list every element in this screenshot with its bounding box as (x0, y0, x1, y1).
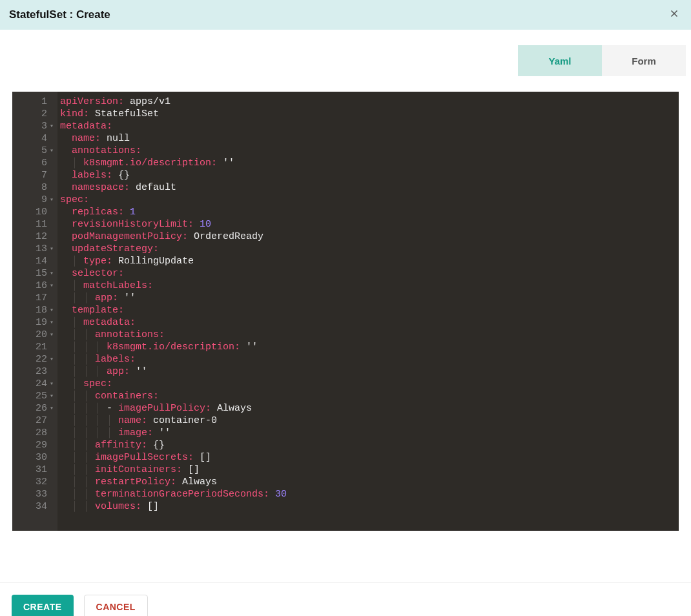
code-line[interactable]: │ │ annotations: (60, 329, 679, 341)
token-k: imagePullSecrets: (95, 451, 194, 464)
token-v: [] (182, 464, 200, 476)
token-guide (60, 206, 72, 218)
code-line[interactable]: metadata: (60, 120, 679, 132)
token-guide: │ │ │ (60, 365, 107, 378)
token-v: [] (194, 451, 211, 464)
fold-icon[interactable]: ▾ (48, 243, 55, 255)
create-button-label: CREATE (23, 602, 62, 612)
line-number: 7 (30, 169, 47, 181)
gutter-line: 23 (19, 365, 55, 378)
line-number: 3 (30, 120, 47, 132)
code-line[interactable]: kind: StatefulSet (60, 108, 679, 120)
fold-icon[interactable]: ▾ (48, 316, 55, 329)
token-v: Always (176, 476, 217, 488)
fold-icon[interactable]: ▾ (48, 267, 55, 280)
gutter-line: 27 (19, 415, 55, 427)
code-line[interactable]: │ │ imagePullSecrets: [] (60, 451, 679, 464)
editor-toolbar: Yaml Form (0, 30, 691, 92)
fold-icon[interactable]: ▾ (48, 120, 55, 132)
token-k: updateStrategy: (72, 243, 159, 255)
code-line[interactable]: podManagementPolicy: OrderedReady (60, 231, 679, 243)
token-k: spec: (83, 378, 112, 390)
code-line[interactable]: │ │ restartPolicy: Always (60, 476, 679, 488)
gutter-line: 12 (19, 231, 55, 243)
fold-icon[interactable]: ▾ (48, 304, 55, 316)
code-line[interactable]: │ │ volumes: [] (60, 500, 679, 513)
line-number: 32 (30, 476, 47, 488)
code-line[interactable]: annotations: (60, 145, 679, 157)
fold-icon[interactable]: ▾ (48, 353, 55, 365)
token-guide: │ (60, 280, 83, 292)
token-k: apiVersion: (60, 96, 124, 108)
code-line[interactable]: │ │ │ │ name: container-0 (60, 415, 679, 427)
token-k: metadata: (83, 316, 136, 329)
editor-code[interactable]: apiVersion: apps/v1kind: StatefulSetmeta… (57, 92, 679, 531)
gutter-line: 30 (19, 451, 55, 464)
cancel-button[interactable]: CANCEL (84, 595, 148, 616)
close-button[interactable] (666, 7, 682, 23)
fold-icon[interactable]: ▾ (48, 390, 55, 402)
fold-icon[interactable]: ▾ (48, 402, 55, 415)
code-line[interactable]: revisionHistoryLimit: 10 (60, 218, 679, 231)
code-line[interactable]: │ type: RollingUpdate (60, 255, 679, 267)
code-line[interactable]: │ │ affinity: {} (60, 439, 679, 451)
token-v: StatefulSet (89, 108, 159, 120)
code-line[interactable]: selector: (60, 267, 679, 280)
token-dash: - (107, 402, 118, 415)
token-guide: │ │ │ (60, 341, 107, 353)
gutter-line: 28 (19, 427, 55, 439)
code-line[interactable]: │ │ │ - imagePullPolicy: Always (60, 402, 679, 415)
token-k: labels: (72, 169, 112, 181)
fold-icon[interactable]: ▾ (48, 280, 55, 292)
code-line[interactable]: template: (60, 304, 679, 316)
code-line[interactable]: labels: {} (60, 169, 679, 181)
code-line[interactable]: │ │ labels: (60, 353, 679, 365)
code-line[interactable]: │ metadata: (60, 316, 679, 329)
code-line[interactable]: updateStrategy: (60, 243, 679, 255)
code-line[interactable]: │ │ app: '' (60, 292, 679, 304)
fold-icon[interactable]: ▾ (48, 329, 55, 341)
fold-icon[interactable]: ▾ (48, 378, 55, 390)
code-line[interactable]: │ │ │ app: '' (60, 365, 679, 378)
fold-icon[interactable]: ▾ (48, 194, 55, 206)
gutter-line: 8 (19, 181, 55, 194)
tab-form[interactable]: Form (602, 45, 686, 76)
gutter-line: 34 (19, 500, 55, 513)
token-guide: │ │ (60, 292, 95, 304)
yaml-editor-body[interactable]: 123▾45▾6789▾10111213▾1415▾16▾1718▾19▾20▾… (12, 92, 679, 531)
code-line[interactable]: namespace: default (60, 181, 679, 194)
gutter-line: 19▾ (19, 316, 55, 329)
fold-icon[interactable]: ▾ (48, 145, 55, 157)
code-line[interactable]: apiVersion: apps/v1 (60, 96, 679, 108)
line-number: 30 (30, 451, 47, 464)
code-line[interactable]: │ │ │ │ image: '' (60, 427, 679, 439)
token-guide: │ │ │ │ (60, 427, 118, 439)
line-number: 12 (30, 231, 47, 243)
token-k: volumes: (95, 500, 141, 513)
token-guide (60, 218, 72, 231)
code-line[interactable]: │ │ │ k8smgmt.io/description: '' (60, 341, 679, 353)
yaml-editor[interactable]: 123▾45▾6789▾10111213▾1415▾16▾1718▾19▾20▾… (12, 92, 679, 531)
token-v: {} (112, 169, 130, 181)
token-k: name: (72, 132, 101, 145)
code-line[interactable]: replicas: 1 (60, 206, 679, 218)
code-line[interactable]: │ │ terminationGracePeriodSeconds: 30 (60, 488, 679, 500)
token-v: null (101, 132, 130, 145)
create-button[interactable]: CREATE (12, 595, 74, 616)
code-line[interactable]: spec: (60, 194, 679, 206)
code-line[interactable]: name: null (60, 132, 679, 145)
code-line[interactable]: │ │ initContainers: [] (60, 464, 679, 476)
dialog-footer: CREATE CANCEL (0, 582, 691, 616)
code-line[interactable]: │ matchLabels: (60, 280, 679, 292)
line-number: 26 (30, 402, 47, 415)
code-line[interactable]: │ │ containers: (60, 390, 679, 402)
line-number: 31 (30, 464, 47, 476)
code-line[interactable]: │ spec: (60, 378, 679, 390)
line-number: 4 (30, 132, 47, 145)
tab-yaml[interactable]: Yaml (518, 45, 602, 76)
token-guide: │ │ │ │ (60, 415, 118, 427)
token-guide (60, 267, 72, 280)
token-s: '' (153, 427, 170, 439)
token-n: 1 (124, 206, 136, 218)
code-line[interactable]: │ k8smgmt.io/description: '' (60, 157, 679, 169)
